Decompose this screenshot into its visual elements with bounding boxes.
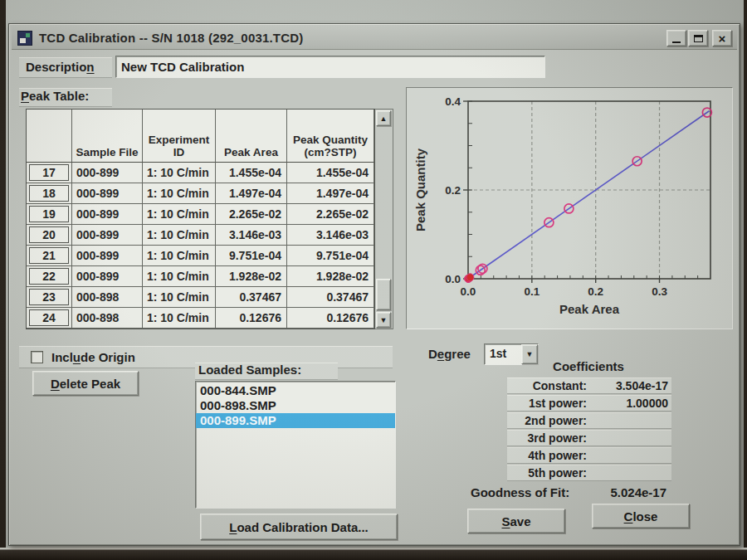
coefficient-row: 3rd power:: [507, 430, 671, 446]
cell-sample[interactable]: 000-899: [72, 183, 143, 204]
svg-text:0.0: 0.0: [445, 273, 461, 285]
cell-area[interactable]: 0.12676: [216, 308, 287, 329]
coefficient-label: 5th power:: [507, 466, 592, 480]
coefficient-value: 3.504e-17: [592, 379, 671, 392]
arrow-up-icon: ▲: [380, 114, 388, 123]
cell-quantity[interactable]: 1.497e-04: [287, 183, 374, 204]
cell-sample[interactable]: 000-899: [72, 163, 143, 183]
arrow-down-icon: ▼: [380, 316, 388, 324]
cell-sample[interactable]: 000-899: [72, 246, 143, 266]
sample-item-0[interactable]: 000-844.SMP: [196, 383, 395, 398]
loaded-samples-list: 000-844.SMP 000-898.SMP 000-899.SMP: [195, 381, 396, 509]
peak-table-label: Peak Table:: [19, 88, 112, 106]
sample-item-2[interactable]: 000-899.SMP: [196, 413, 395, 428]
chevron-down-icon: ▼: [526, 350, 534, 358]
svg-text:0.2: 0.2: [445, 184, 461, 197]
maximize-icon: [694, 35, 703, 42]
svg-text:0.2: 0.2: [588, 285, 603, 298]
cell-experiment[interactable]: 1: 10 C/min: [143, 266, 216, 287]
coefficient-label: 4th power:: [507, 449, 592, 462]
column-header: Peak Quantity (cm?STP): [287, 110, 374, 163]
minimize-button[interactable]: [666, 30, 686, 46]
coefficient-row: 1st power: 1.00000: [507, 395, 671, 411]
scroll-up-button[interactable]: ▲: [376, 110, 391, 126]
cell-sample[interactable]: 000-899: [72, 204, 143, 225]
row-number[interactable]: 19: [27, 204, 72, 225]
row-number[interactable]: 24: [27, 308, 72, 329]
coefficient-value: 1.00000: [592, 397, 671, 410]
cell-experiment[interactable]: 1: 10 C/min: [143, 287, 216, 308]
coefficient-label: 3rd power:: [507, 431, 592, 445]
cell-experiment[interactable]: 1: 10 C/min: [143, 204, 216, 225]
cell-area[interactable]: 1.497e-04: [216, 183, 287, 204]
description-input[interactable]: [115, 56, 545, 78]
loaded-samples-label: Loaded Samples:: [195, 363, 338, 379]
cell-experiment[interactable]: 1: 10 C/min: [143, 308, 216, 329]
cell-quantity[interactable]: 2.265e-02: [287, 204, 374, 225]
cell-area[interactable]: 3.146e-03: [216, 225, 287, 246]
scrollbar-thumb[interactable]: [376, 279, 391, 310]
goodness-of-fit-row: Goodness of Fit: 5.024e-17: [457, 485, 666, 499]
cell-area[interactable]: 1.455e-04: [216, 163, 287, 183]
cell-sample[interactable]: 000-899: [72, 225, 143, 246]
cell-quantity[interactable]: 0.37467: [287, 287, 374, 308]
table-scrollbar[interactable]: ▲ ▼: [375, 109, 393, 329]
maximize-button[interactable]: [688, 30, 708, 46]
column-header: Experiment ID: [143, 110, 216, 163]
close-button[interactable]: ×: [712, 30, 732, 46]
goodness-of-fit-label: Goodness of Fit:: [457, 485, 587, 499]
scroll-down-button[interactable]: ▼: [376, 312, 391, 328]
tcd-calibration-dialog: TCD Calibration -- S/N 1018 (292_0031.TC…: [8, 23, 740, 546]
delete-peak-button[interactable]: Delete Peak: [32, 371, 139, 396]
cell-quantity[interactable]: 1.928e-02: [287, 266, 374, 287]
coefficient-label: 1st power:: [507, 397, 592, 410]
svg-text:0.4: 0.4: [445, 95, 461, 108]
cell-sample[interactable]: 000-898: [72, 287, 143, 308]
cell-area[interactable]: 9.751e-04: [216, 246, 287, 266]
cell-area[interactable]: 1.928e-02: [216, 266, 287, 287]
svg-text:0.0: 0.0: [461, 285, 476, 298]
coefficient-label: Constant:: [507, 379, 592, 392]
include-origin-label: Include Origin: [51, 350, 135, 364]
sample-item-1[interactable]: 000-898.SMP: [196, 398, 395, 413]
cell-area[interactable]: 0.37467: [216, 287, 287, 308]
column-header: Sample File: [72, 110, 143, 163]
cell-experiment[interactable]: 1: 10 C/min: [143, 246, 216, 266]
minimize-icon: [672, 41, 681, 43]
svg-text:Peak Quantity: Peak Quantity: [413, 148, 427, 231]
calibration-chart: 0.00.10.20.30.00.20.4Peak AreaPeak Quant…: [407, 88, 732, 329]
include-origin-checkbox[interactable]: [31, 351, 43, 363]
cell-sample[interactable]: 000-899: [72, 266, 143, 287]
row-number[interactable]: 17: [27, 163, 72, 183]
window-title: TCD Calibration -- S/N 1018 (292_0031.TC…: [39, 31, 304, 45]
cell-sample[interactable]: 000-898: [72, 308, 143, 329]
cell-quantity[interactable]: 1.455e-04: [287, 163, 374, 183]
svg-text:0.3: 0.3: [652, 285, 667, 298]
close-dialog-button[interactable]: Close: [592, 504, 690, 528]
save-button[interactable]: Save: [467, 509, 565, 533]
cell-area[interactable]: 2.265e-02: [216, 204, 287, 225]
cell-quantity[interactable]: 3.146e-03: [287, 225, 374, 246]
monitor-bezel: [0, 548, 747, 560]
svg-text:Peak Area: Peak Area: [559, 302, 620, 316]
title-bar[interactable]: TCD Calibration -- S/N 1018 (292_0031.TC…: [12, 27, 737, 50]
cell-experiment[interactable]: 1: 10 C/min: [143, 225, 216, 246]
column-header: Peak Area: [216, 110, 287, 163]
cell-experiment[interactable]: 1: 10 C/min: [143, 163, 216, 183]
cell-experiment[interactable]: 1: 10 C/min: [143, 183, 216, 204]
row-number[interactable]: 21: [27, 246, 72, 266]
close-icon: ×: [719, 32, 726, 45]
svg-text:0.1: 0.1: [524, 285, 540, 298]
coefficient-row: Constant: 3.504e-17: [507, 377, 671, 393]
cell-quantity[interactable]: 9.751e-04: [287, 246, 374, 266]
row-number[interactable]: 20: [27, 225, 72, 246]
app-icon: [17, 31, 32, 46]
cell-quantity[interactable]: 0.12676: [287, 308, 374, 329]
row-number[interactable]: 23: [27, 287, 72, 308]
coefficient-row: 4th power:: [507, 447, 671, 463]
peak-table-grid: Sample File Experiment ID Peak Area Peak…: [26, 109, 375, 329]
row-number[interactable]: 22: [27, 266, 72, 287]
row-number[interactable]: 18: [27, 183, 72, 204]
coefficients-title: Coefficients: [507, 359, 670, 373]
load-calibration-data-button[interactable]: Load Calibration Data...: [200, 514, 398, 540]
